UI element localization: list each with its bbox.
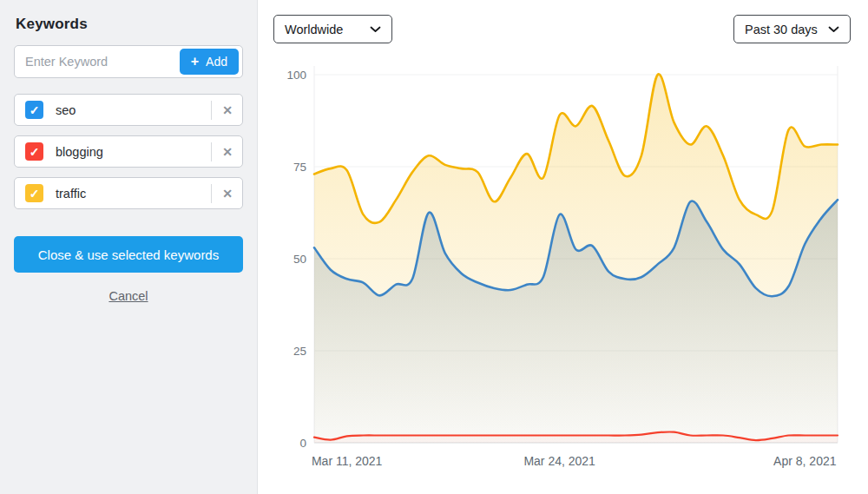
keyword-label: blogging xyxy=(56,145,211,159)
trends-panel: 0255075100Mar 11, 2021Mar 24, 2021Apr 8,… xyxy=(258,0,868,494)
keywords-sidebar: Keywords + Add ✓seo✕✓blogging✕✓traffic✕ … xyxy=(0,0,258,494)
keyword-input-row: + Add xyxy=(14,45,243,78)
add-keyword-button[interactable]: + Add xyxy=(180,49,239,75)
svg-text:100: 100 xyxy=(286,69,306,82)
remove-keyword-icon[interactable]: ✕ xyxy=(222,146,233,158)
svg-text:Apr 8, 2021: Apr 8, 2021 xyxy=(773,454,837,468)
close-use-keywords-button[interactable]: Close & use selected keywords xyxy=(14,236,243,273)
svg-text:50: 50 xyxy=(293,253,306,266)
keyword-label: seo xyxy=(56,103,211,117)
region-select-value: Worldwide xyxy=(285,23,343,36)
keyword-label: traffic xyxy=(56,187,211,201)
sidebar-title: Keywords xyxy=(16,16,243,33)
svg-text:Mar 11, 2021: Mar 11, 2021 xyxy=(312,454,383,468)
keyword-checkbox[interactable]: ✓ xyxy=(25,142,43,161)
plus-icon: + xyxy=(191,55,199,69)
add-button-label: Add xyxy=(206,55,227,69)
chevron-down-icon xyxy=(370,26,381,33)
keyword-chip: ✓blogging✕ xyxy=(14,135,243,168)
svg-text:75: 75 xyxy=(293,161,306,174)
chevron-down-icon xyxy=(828,26,839,33)
svg-text:0: 0 xyxy=(299,437,306,450)
chip-divider xyxy=(211,101,212,120)
trends-chart: 0255075100Mar 11, 2021Mar 24, 2021Apr 8,… xyxy=(258,0,868,494)
time-range-select-value: Past 30 days xyxy=(745,23,818,36)
time-range-select[interactable]: Past 30 days xyxy=(733,15,851,43)
svg-text:Mar 24, 2021: Mar 24, 2021 xyxy=(523,454,595,468)
chart-toolbar: Worldwide Past 30 days xyxy=(258,0,868,43)
keyword-checkbox[interactable]: ✓ xyxy=(25,101,43,119)
svg-text:25: 25 xyxy=(293,345,306,358)
remove-keyword-icon[interactable]: ✕ xyxy=(222,188,233,200)
keyword-chip: ✓traffic✕ xyxy=(14,177,243,209)
keyword-chip: ✓seo✕ xyxy=(14,94,243,126)
cancel-link[interactable]: Cancel xyxy=(14,289,243,303)
keyword-list: ✓seo✕✓blogging✕✓traffic✕ xyxy=(14,94,243,209)
chip-divider xyxy=(211,184,212,203)
remove-keyword-icon[interactable]: ✕ xyxy=(222,104,233,116)
keyword-checkbox[interactable]: ✓ xyxy=(25,184,43,202)
region-select[interactable]: Worldwide xyxy=(273,15,392,43)
chip-divider xyxy=(211,142,212,161)
